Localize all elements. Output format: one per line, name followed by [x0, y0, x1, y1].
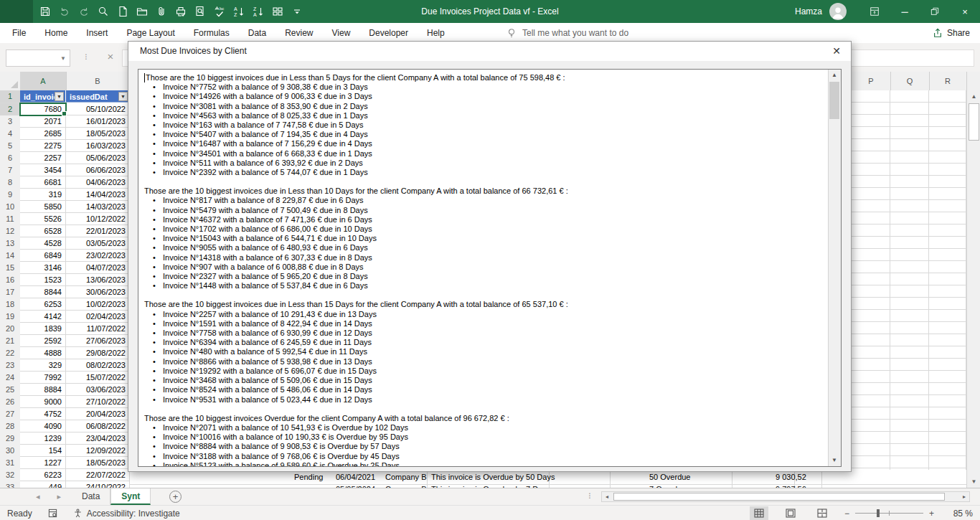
- cell-a14[interactable]: 6849: [20, 250, 66, 262]
- row-header-23[interactable]: 23: [0, 359, 21, 372]
- cell-a11[interactable]: 5526: [20, 213, 66, 225]
- page-break-view-icon[interactable]: [813, 506, 831, 520]
- ribbon-tab-view[interactable]: View: [323, 23, 360, 43]
- cell-a18[interactable]: 6253: [20, 298, 66, 311]
- next-sheet-icon[interactable]: ▸: [57, 492, 62, 501]
- row-header-22[interactable]: 22: [0, 347, 21, 360]
- row-header-14[interactable]: 14: [0, 250, 21, 263]
- sheet-tab-data[interactable]: Data: [72, 488, 110, 505]
- row-header-31[interactable]: 31: [0, 457, 21, 470]
- name-box-dropdown-icon[interactable]: ▼: [60, 55, 66, 62]
- open-folder-icon[interactable]: [136, 5, 149, 18]
- cell-b9[interactable]: 14/04/2023: [66, 189, 130, 201]
- ribbon-tab-data[interactable]: Data: [239, 23, 275, 43]
- undo-icon[interactable]: [58, 5, 71, 18]
- row-header-15[interactable]: 15: [0, 262, 21, 275]
- cell-b8[interactable]: 04/06/2023: [66, 176, 130, 189]
- dialog-scroll-down-icon[interactable]: ▼: [829, 455, 840, 466]
- cell-b3[interactable]: 16/01/2023: [66, 115, 130, 128]
- cell-a12[interactable]: 6528: [20, 225, 66, 237]
- dialog-close-icon[interactable]: ✕: [826, 43, 847, 59]
- cell-a19[interactable]: 4142: [20, 311, 66, 323]
- row-header-21[interactable]: 21: [0, 335, 21, 348]
- column-header-a[interactable]: A: [20, 72, 67, 92]
- row-header-7[interactable]: 7: [0, 164, 21, 177]
- row-header-16[interactable]: 16: [0, 274, 21, 287]
- row-header-30[interactable]: 30: [0, 445, 21, 458]
- find-icon[interactable]: [97, 5, 110, 18]
- restore-button[interactable]: [920, 0, 950, 23]
- scroll-down-icon[interactable]: ▼: [968, 476, 980, 488]
- cell-b29[interactable]: 23/04/2023: [66, 432, 130, 445]
- fill-handle[interactable]: [62, 111, 67, 116]
- vertical-scrollbar[interactable]: ▲ ▼: [966, 90, 980, 488]
- dialog-textbox[interactable]: Those are the 10 biggest invoices due in…: [138, 69, 842, 467]
- accessibility-status[interactable]: Accessibility: Investigate: [73, 509, 180, 519]
- cell-b24[interactable]: 15/07/2022: [66, 372, 130, 384]
- row-header-18[interactable]: 18: [0, 298, 21, 311]
- cell-b25[interactable]: 03/06/2023: [66, 384, 130, 396]
- ribbon-tab-insert[interactable]: Insert: [77, 23, 117, 43]
- redo-icon[interactable]: [77, 5, 90, 18]
- row-header-28[interactable]: 28: [0, 420, 21, 433]
- zoom-track[interactable]: [855, 513, 923, 514]
- cell-b19[interactable]: 02/04/2023: [66, 311, 130, 323]
- row-header-11[interactable]: 11: [0, 213, 21, 226]
- save-icon[interactable]: [39, 5, 52, 18]
- cell-a4[interactable]: 2685: [20, 128, 66, 140]
- cell-b26[interactable]: 27/10/2022: [66, 396, 130, 408]
- scroll-left-icon[interactable]: ◂: [602, 492, 612, 501]
- row-header-12[interactable]: 12: [0, 225, 21, 238]
- cell-a9[interactable]: 319: [20, 189, 66, 201]
- row-header-10[interactable]: 10: [0, 201, 21, 214]
- zoom-slider[interactable]: − +: [844, 509, 934, 519]
- row-header-25[interactable]: 25: [0, 384, 21, 397]
- cell-a30[interactable]: 154: [20, 445, 66, 457]
- normal-view-icon[interactable]: [750, 506, 768, 520]
- tab-split-handle[interactable]: ⁝: [588, 491, 592, 501]
- row-header-1[interactable]: 1: [0, 90, 22, 103]
- cell-b32[interactable]: 22/07/2022: [66, 469, 130, 481]
- ribbon-tab-formulas[interactable]: Formulas: [184, 23, 239, 43]
- cell-b7[interactable]: 06/06/2023: [66, 164, 130, 176]
- new-sheet-icon[interactable]: +: [169, 491, 182, 503]
- sort-asc-icon[interactable]: AZ: [232, 5, 245, 18]
- row-header-26[interactable]: 26: [0, 396, 21, 409]
- vertical-scroll-thumb[interactable]: [969, 103, 979, 141]
- close-button[interactable]: ×: [950, 0, 980, 23]
- tell-me-box[interactable]: Tell me what you want to do: [507, 23, 628, 43]
- scroll-right-icon[interactable]: ▸: [959, 492, 969, 501]
- cell-b10[interactable]: 14/03/2023: [66, 201, 130, 213]
- cell-b33[interactable]: 24/10/2022: [66, 481, 130, 488]
- ribbon-tab-developer[interactable]: Developer: [359, 23, 418, 43]
- row-header-29[interactable]: 29: [0, 432, 21, 445]
- dialog-scroll-thumb[interactable]: [829, 82, 839, 119]
- sheet-tab-synt[interactable]: Synt: [110, 488, 151, 505]
- cell-a33[interactable]: 449: [20, 481, 66, 488]
- cell-b17[interactable]: 30/06/2023: [66, 286, 130, 298]
- cell-b6[interactable]: 05/06/2023: [66, 152, 130, 164]
- row-header-20[interactable]: 20: [0, 323, 21, 336]
- row-header-33[interactable]: 33: [0, 481, 21, 488]
- column-header-q[interactable]: Q: [890, 72, 930, 90]
- cell-a13[interactable]: 4528: [20, 237, 66, 250]
- ribbon-tab-home[interactable]: Home: [35, 23, 77, 43]
- print-icon[interactable]: [174, 5, 187, 18]
- excel-app-icon[interactable]: [0, 0, 33, 23]
- cell-a17[interactable]: 8844: [20, 286, 66, 298]
- cell-a15[interactable]: 3146: [20, 262, 66, 274]
- row-header-9[interactable]: 9: [0, 189, 21, 202]
- cell-b14[interactable]: 23/02/2023: [66, 250, 130, 262]
- zoom-level[interactable]: 85 %: [947, 509, 973, 519]
- table-header-issued-date[interactable]: issuedDat ▼: [66, 90, 130, 103]
- cell-b31[interactable]: 18/05/2023: [66, 457, 130, 469]
- dialog-scrollbar[interactable]: ▲ ▼: [828, 70, 841, 466]
- cell-b30[interactable]: 12/09/2022: [66, 445, 130, 457]
- sort-desc-icon[interactable]: ZA: [252, 5, 265, 18]
- ribbon-display-options-icon[interactable]: [859, 0, 890, 23]
- cell-b11[interactable]: 10/12/2022: [66, 213, 130, 225]
- cell-a21[interactable]: 2592: [20, 335, 66, 347]
- cell-a24[interactable]: 7992: [20, 372, 66, 384]
- print-preview-icon[interactable]: [194, 5, 207, 18]
- share-button[interactable]: Share: [933, 23, 970, 43]
